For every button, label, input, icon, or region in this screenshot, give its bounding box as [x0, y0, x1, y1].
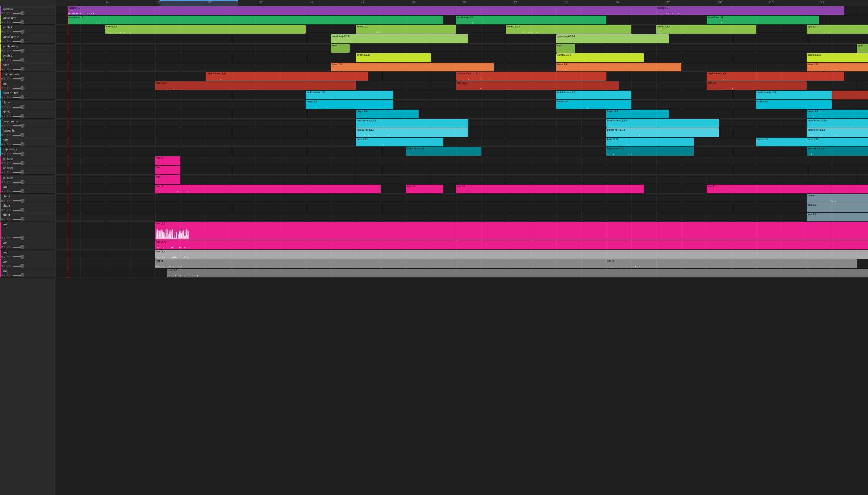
record-btn-22[interactable]: R [10, 218, 12, 221]
solo-btn-17[interactable]: S [4, 171, 6, 174]
arrange-row-1[interactable]: vocal loop_1vocal loop_12vocal loop_14 [55, 15, 868, 25]
clip-synth_1,1,8[interactable]: synth_1,1,8 [656, 25, 757, 34]
mute-btn-23[interactable]: M [1, 237, 3, 239]
record-btn-19[interactable]: R [10, 190, 12, 192]
clip-halsey_hit_1,1,3[interactable]: halsey hit_1,1,3 [606, 128, 719, 137]
clip-vox_23[interactable]: vox_23 [707, 185, 868, 193]
record-btn-1[interactable]: R [10, 21, 12, 24]
arrange-row-20[interactable]: vox_24chant [55, 193, 868, 203]
clip-sub_1,7[interactable]: sub_1,7 [707, 81, 807, 90]
mute-btn-17[interactable]: M [1, 171, 3, 174]
solo-btn-18[interactable]: S [4, 181, 6, 183]
clip-synth_2,1,20[interactable]: synth 2,1,20 [356, 53, 431, 62]
record-btn-9[interactable]: R [10, 97, 12, 99]
clip-trap_drums_1,7[interactable]: trap drums_1,7 [606, 147, 694, 156]
solo-btn-0[interactable]: S [4, 12, 6, 14]
arrange-row-19[interactable]: vox_3vox_11vox_15vox_23 [55, 184, 868, 193]
clip-synth_1,1[interactable]: synth_1,1 [105, 25, 306, 34]
arrange-row-26[interactable]: vox_5vox_5 [55, 259, 868, 268]
arrange-row-25[interactable]: vox_3,2 [55, 250, 868, 259]
pan-knob-20[interactable] [20, 199, 24, 203]
clip-halsey_hit_1,1,5[interactable]: halsey hit_1,1,5 [807, 128, 868, 137]
timeline-ruler[interactable]: 91725334149576573818997105113121129 [55, 0, 868, 6]
pan-knob-4[interactable] [20, 49, 24, 53]
clip-synt[interactable]: synt [857, 44, 868, 53]
solo-btn-21[interactable]: S [4, 209, 6, 211]
clip-build_drums_1,4[interactable]: build drums_1,4 [757, 91, 832, 100]
arrange-row-9[interactable]: build drums_1,4build drums_1,8build drum… [55, 90, 868, 100]
mute-btn-2[interactable]: M [1, 31, 3, 33]
record-btn-5[interactable]: R [10, 59, 12, 61]
arrange-row-18[interactable]: vox_ [55, 175, 868, 184]
pan-knob-7[interactable] [20, 77, 24, 81]
pan-knob-16[interactable] [20, 161, 24, 165]
record-btn-12[interactable]: R [10, 124, 12, 127]
solo-btn-13[interactable]: S [4, 134, 6, 136]
mute-btn-5[interactable]: M [1, 59, 3, 61]
arrange-row-14[interactable]: hats_3,13hats_3,17hats 1.13hats_3,19 [55, 137, 868, 147]
clip-vocal_loop_14[interactable]: vocal loop_14 [707, 16, 819, 24]
pan-knob-11[interactable] [20, 114, 24, 118]
clip-hats_3,13[interactable]: hats_3,13 [356, 138, 444, 146]
pan-knob-3[interactable] [20, 39, 24, 43]
mute-btn-18[interactable]: M [1, 181, 3, 183]
solo-btn-19[interactable]: S [4, 190, 6, 192]
clip-vox_5[interactable]: vox_5 [155, 259, 656, 268]
clip-vox_11[interactable]: vox_11 [406, 185, 444, 193]
mute-btn-7[interactable]: M [1, 78, 3, 80]
solo-btn-16[interactable]: S [4, 162, 6, 165]
arrange-row-15[interactable]: trap drums_1,3trap drums_1,7trap drums_1… [55, 147, 868, 156]
record-btn-25[interactable]: R [10, 256, 12, 258]
solo-btn-12[interactable]: S [4, 124, 6, 127]
clip-trap_drums_1,3[interactable]: trap drums_1,3 [406, 147, 481, 156]
mute-btn-16[interactable]: M [1, 162, 3, 165]
clip-synt[interactable]: synt [331, 44, 350, 53]
pan-knob-5[interactable] [20, 58, 24, 62]
mute-btn-27[interactable]: M [1, 274, 3, 277]
pan-knob-15[interactable] [20, 152, 24, 156]
clip-vox_1,7b[interactable]: vox_1,7b [155, 240, 868, 249]
pan-knob-17[interactable] [20, 170, 24, 174]
clip-vox_1,7[interactable]: vox_1,7 [155, 222, 868, 240]
solo-btn-7[interactable]: S [4, 78, 6, 80]
pan-knob-10[interactable] [20, 105, 24, 109]
arrange-row-2[interactable]: synth_1,1synth_1,1synth_1,1,5synth_1,1,8… [55, 25, 868, 34]
solo-btn-3[interactable]: S [4, 40, 6, 42]
mute-btn-9[interactable]: M [1, 97, 3, 99]
clip-synth_2,3,16[interactable]: synth 2,3,16 [556, 53, 644, 62]
clip-vocal_loop_12[interactable]: vocal loop_12 [456, 16, 606, 24]
pan-knob-24[interactable] [20, 245, 24, 249]
arrange-row-3[interactable]: vocal loop-2,1,6vocal loop-2,3,4 [55, 34, 868, 44]
pan-knob-0[interactable] [20, 11, 24, 15]
clip-synth_1,1[interactable]: synth_1,1 [356, 25, 456, 34]
pan-knob-27[interactable] [20, 273, 24, 277]
clip-rhythm_bass_1,9[interactable]: rhythm bass_1,9 [707, 72, 844, 81]
record-btn-27[interactable]: R [10, 274, 12, 277]
pan-knob-2[interactable] [20, 30, 24, 34]
pan-knob-18[interactable] [20, 180, 24, 184]
arrange-row-7[interactable]: rhythm bass_1,16rhythm bass_1,14rhythm b… [55, 72, 868, 81]
pan-knob-9[interactable] [20, 96, 24, 100]
clip-hats_3,19[interactable]: hats_3,19 [807, 138, 868, 146]
solo-btn-14[interactable]: S [4, 143, 6, 146]
mute-btn-8[interactable]: M [1, 87, 3, 89]
clip-rhythm_bass_1,14[interactable]: rhythm bass_1,14 [456, 72, 606, 81]
pan-knob-6[interactable] [20, 67, 24, 71]
clip-build_drums_1,6[interactable]: build drums_1,6 [556, 91, 631, 100]
arrange-row-10[interactable]: claps_3,8claps_1,6claps_1,4 [55, 100, 868, 109]
clip-drop_drums_1,1,8[interactable]: drop drums_1,1,8 [356, 119, 469, 127]
clip-claps_3,8[interactable]: claps_3,8 [306, 100, 394, 109]
mute-btn-4[interactable]: M [1, 50, 3, 52]
record-btn-0[interactable]: R [10, 12, 12, 14]
clip-vox_3,2[interactable]: vox_3,2 [155, 250, 868, 259]
clip-synt[interactable]: synt [556, 44, 575, 53]
record-btn-16[interactable]: R [10, 162, 12, 165]
pan-knob-13[interactable] [20, 133, 24, 137]
clip-vox_[interactable]: vox_ [155, 166, 180, 174]
clip-vocal_loop_1[interactable]: vocal loop_1 [68, 16, 444, 24]
pan-knob-14[interactable] [20, 142, 24, 146]
solo-btn-23[interactable]: S [4, 237, 6, 239]
clip-chant[interactable]: chant [807, 194, 868, 203]
arrange-row-16[interactable]: vox_3 [55, 156, 868, 166]
solo-btn-26[interactable]: S [4, 265, 6, 267]
